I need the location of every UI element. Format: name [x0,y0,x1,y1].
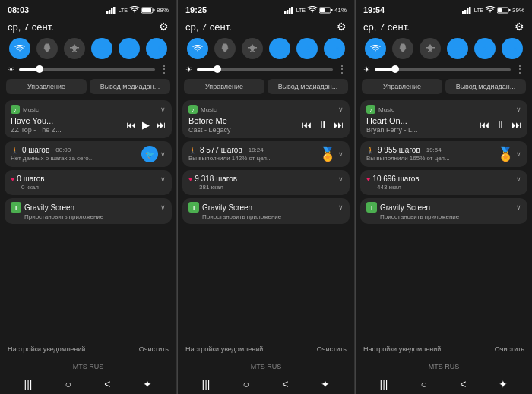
gravity-chevron-icon[interactable]: ∨ [516,203,521,211]
clear-all-button[interactable]: Очистить [139,345,169,353]
svg-rect-1 [109,10,111,14]
brightness-bar[interactable] [19,68,155,71]
wifi-toggle[interactable] [365,38,386,59]
steps-chevron-icon[interactable]: ∨ [338,150,344,158]
svg-rect-14 [291,7,293,14]
clear-all-button[interactable]: Очистить [495,345,524,353]
prev-track-button[interactable]: ⏮ [126,119,136,131]
gravity-chevron-icon[interactable]: ∨ [160,203,166,211]
music-chevron-icon[interactable]: ∨ [516,106,521,113]
nav-assistant-button[interactable]: ✦ [321,378,330,390]
calories-chevron-icon[interactable]: ∨ [338,175,344,183]
volume-toggle[interactable] [324,38,345,59]
play-pause-button[interactable]: ⏸ [496,119,505,131]
svg-rect-30 [401,44,405,46]
data-toggle[interactable] [269,38,290,59]
nav-recent-button[interactable]: ||| [380,378,388,390]
svg-rect-25 [469,7,471,14]
nav-recent-button[interactable]: ||| [202,378,211,390]
play-pause-button[interactable]: ⏸ [318,119,328,131]
flashlight-toggle[interactable] [214,38,236,59]
prev-track-button[interactable]: ⏮ [480,119,489,131]
gravity-chevron-icon[interactable]: ∨ [338,203,344,211]
airplane-toggle[interactable] [420,38,441,59]
data-toggle[interactable] [447,38,468,59]
gear-icon[interactable]: ⚙ [515,20,524,33]
brightness-row: ☀ ⋮ [356,62,532,76]
gear-icon[interactable]: ⚙ [159,20,169,33]
bluetooth-toggle[interactable] [474,38,496,59]
music-app-row: ♪ Music ∨ [366,105,521,114]
tab-management[interactable]: Управление [362,79,442,94]
tab-management[interactable]: Управление [6,79,87,94]
nav-back-button[interactable]: < [460,378,466,390]
wifi-toggle[interactable] [187,38,208,59]
gravity-header: I Gravity Screen ∨ [188,202,344,213]
more-options-icon[interactable]: ⋮ [337,64,347,74]
notification-settings-button[interactable]: Настройки уведомлений [363,345,441,353]
bluetooth-toggle[interactable] [296,38,318,59]
steps-achievement-emoji: 🏅 [319,146,336,162]
airplane-toggle[interactable] [64,38,85,59]
signal-strength-icon: LTE [119,8,128,13]
clear-all-button[interactable]: Очистить [317,345,347,353]
carrier-bar: MTS RUS [0,356,176,374]
data-toggle[interactable] [91,38,112,59]
calories-chevron-icon[interactable]: ∨ [160,175,166,183]
steps-time: 00:00 [55,147,71,153]
nav-back-button[interactable]: < [282,378,288,390]
status-icons: LTE 39% [462,3,524,17]
calories-sub-text: 0 ккал [21,184,166,191]
flashlight-toggle[interactable] [36,38,58,59]
volume-toggle[interactable] [146,38,167,59]
calories-header: ♥ 0 шагов ∨ [11,175,166,183]
tab-media-output[interactable]: Вывод медиадан... [445,79,526,94]
music-chevron-icon[interactable]: ∨ [338,106,344,113]
next-track-button[interactable]: ⏭ [334,119,344,131]
tab-media-output[interactable]: Вывод медиадан... [268,79,348,94]
calories-chevron-icon[interactable]: ∨ [516,175,521,183]
quick-settings [356,35,532,62]
gravity-title: Gravity Screen [24,203,157,212]
steps-main-row: 🚶 9 955 шагов 19:54 [366,146,497,154]
volume-toggle[interactable] [502,38,523,59]
more-options-icon[interactable]: ⋮ [160,64,169,74]
music-app-icon: ♪ [11,105,20,114]
next-track-button[interactable]: ⏭ [511,119,521,131]
wifi-toggle[interactable] [9,38,30,59]
battery-icon [141,3,155,17]
nav-assistant-button[interactable]: ✦ [143,378,152,390]
more-options-icon[interactable]: ⋮ [515,64,524,74]
nav-recent-button[interactable]: ||| [24,378,33,390]
tab-media-output[interactable]: Вывод медиадан... [90,79,170,94]
svg-rect-19 [223,44,227,46]
nav-back-button[interactable]: < [104,378,110,390]
steps-chevron-icon[interactable]: ∨ [160,150,166,158]
nav-assistant-button[interactable]: ✦ [499,378,508,390]
tab-management[interactable]: Управление [184,79,264,94]
prev-track-button[interactable]: ⏮ [302,119,312,131]
music-chevron-icon[interactable]: ∨ [160,106,166,113]
brightness-bar[interactable] [375,68,511,71]
svg-marker-7 [44,45,50,52]
nav-home-button[interactable]: ○ [243,378,249,390]
music-app-row: ♪ Music ∨ [188,105,344,114]
steps-chevron-icon[interactable]: ∨ [516,150,521,158]
notification-settings-button[interactable]: Настройки уведомлений [185,345,263,353]
nav-home-button[interactable]: ○ [421,378,427,390]
calories-notification: ♥ 9 318 шагов ∨ 381 ккал [182,170,350,195]
status-icons: LTE 88% [106,3,169,17]
notification-settings-button[interactable]: Настройки уведомлений [8,345,85,353]
play-pause-button[interactable]: ▶ [142,119,150,131]
airplane-toggle[interactable] [242,38,263,59]
brightness-bar[interactable] [197,68,333,71]
gear-icon[interactable]: ⚙ [337,20,347,33]
nav-bar: ||| ○ < ✦ [178,374,354,394]
svg-marker-29 [400,45,406,52]
bluetooth-toggle[interactable] [119,38,140,59]
music-app-icon: ♪ [366,105,375,114]
nav-home-button[interactable]: ○ [65,378,71,390]
flashlight-toggle[interactable] [392,38,413,59]
next-track-button[interactable]: ⏭ [156,119,166,131]
steps-count: 0 шагов [22,146,49,154]
